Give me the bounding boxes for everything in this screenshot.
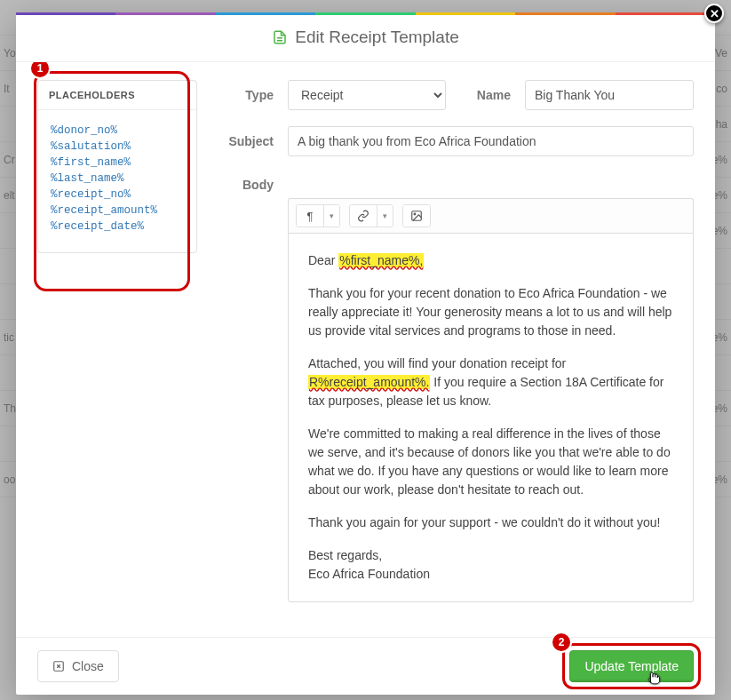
row-type-name: Type Receipt Name bbox=[224, 80, 694, 110]
placeholder-token[interactable]: %last_name% bbox=[51, 172, 184, 185]
update-template-button[interactable]: Update Template bbox=[569, 650, 694, 682]
body-p3: We're committed to making a real differe… bbox=[308, 425, 673, 499]
placeholder-token[interactable]: %donor_no% bbox=[51, 124, 184, 137]
paragraph-button[interactable]: ¶ bbox=[297, 205, 323, 227]
type-label: Type bbox=[224, 88, 274, 102]
p2-prefix: Attached, you will find your donation re… bbox=[308, 356, 566, 370]
body-p4: Thank you again for your support - we co… bbox=[308, 513, 673, 532]
close-button[interactable]: Close bbox=[37, 650, 119, 682]
editor-wrap: ¶ ▾ ▾ bbox=[288, 198, 694, 602]
link-group: ▾ bbox=[349, 204, 393, 227]
placeholders-list: %donor_no%%salutation%%first_name%%last_… bbox=[38, 110, 196, 252]
link-icon bbox=[357, 210, 369, 222]
document-icon bbox=[272, 29, 288, 45]
body-p1: Thank you for your recent donation to Ec… bbox=[308, 284, 673, 340]
update-template-label: Update Template bbox=[584, 659, 679, 673]
image-group bbox=[402, 204, 431, 227]
paragraph-caret[interactable]: ▾ bbox=[323, 205, 339, 227]
image-icon bbox=[410, 210, 423, 222]
placeholder-firstname: %first_name%, bbox=[338, 253, 424, 267]
close-icon[interactable]: ✕ bbox=[704, 4, 724, 23]
x-square-icon bbox=[52, 660, 65, 672]
name-label: Name bbox=[477, 88, 511, 102]
modal-header: Edit Receipt Template bbox=[16, 15, 715, 62]
greeting-prefix: Dear bbox=[308, 253, 338, 267]
modal-title: Edit Receipt Template bbox=[272, 28, 458, 47]
placeholder-token[interactable]: %receipt_date% bbox=[51, 220, 184, 233]
placeholder-token[interactable]: %salutation% bbox=[51, 140, 184, 153]
body-greeting: Dear %first_name%, bbox=[308, 251, 673, 270]
placeholders-column: 1 PLACEHOLDERS %donor_no%%salutation%%fi… bbox=[37, 80, 197, 628]
body-editor[interactable]: Dear %first_name%, Thank you for your re… bbox=[288, 233, 694, 602]
row-subject: Subject bbox=[224, 126, 694, 156]
body-signoff: Best regards, Eco Africa Foundation bbox=[308, 546, 673, 584]
signoff-line2: Eco Africa Foundation bbox=[308, 567, 430, 581]
annotation-badge-1: 1 bbox=[31, 62, 49, 77]
type-select[interactable]: Receipt bbox=[288, 80, 446, 110]
close-button-label: Close bbox=[72, 659, 104, 673]
modal-title-text: Edit Receipt Template bbox=[295, 28, 458, 47]
signoff-line1: Best regards, bbox=[308, 548, 382, 562]
modal-footer: Close Update Template 2 bbox=[16, 637, 715, 695]
link-caret[interactable]: ▾ bbox=[377, 205, 393, 227]
body-p2: Attached, you will find your donation re… bbox=[308, 354, 673, 410]
edit-receipt-modal: ✕ Edit Receipt Template 1 PLACEHOLDERS %… bbox=[16, 12, 715, 695]
editor-toolbar: ¶ ▾ ▾ bbox=[288, 198, 694, 233]
row-body: Body ¶ ▾ ▾ bbox=[224, 172, 694, 628]
placeholders-heading: PLACEHOLDERS bbox=[38, 81, 196, 110]
image-button[interactable] bbox=[403, 205, 430, 227]
modal-body: 1 PLACEHOLDERS %donor_no%%salutation%%fi… bbox=[16, 62, 715, 637]
form-column: Type Receipt Name Subject Body ¶ bbox=[224, 80, 694, 628]
placeholder-token[interactable]: %receipt_amount% bbox=[51, 204, 184, 217]
body-label: Body bbox=[224, 172, 274, 192]
link-button[interactable] bbox=[350, 205, 377, 227]
placeholders-panel: PLACEHOLDERS %donor_no%%salutation%%firs… bbox=[37, 80, 197, 253]
placeholder-token[interactable]: %receipt_no% bbox=[51, 188, 184, 201]
subject-label: Subject bbox=[224, 134, 274, 148]
svg-point-3 bbox=[414, 213, 416, 215]
placeholder-token[interactable]: %first_name% bbox=[51, 156, 184, 169]
paragraph-group: ¶ ▾ bbox=[296, 204, 340, 227]
subject-field[interactable] bbox=[288, 126, 694, 156]
placeholder-amount: R%receipt_amount%. bbox=[308, 375, 430, 389]
name-field[interactable] bbox=[525, 80, 694, 110]
